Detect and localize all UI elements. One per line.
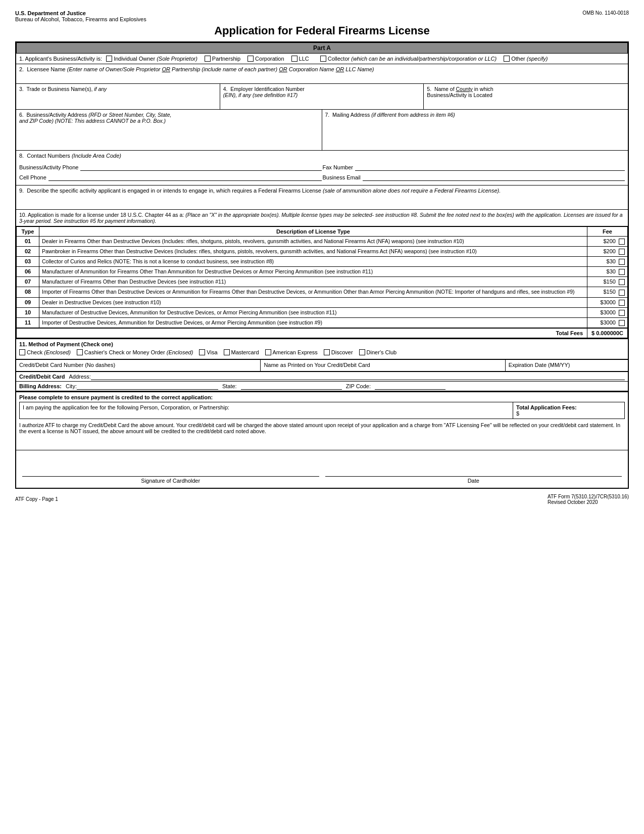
email-row: Business Email [323, 173, 625, 182]
table-row: 11 Importer of Destructive Devices, Ammu… [17, 317, 628, 328]
table-row: 08 Importer of Firearms Other than Destr… [17, 287, 628, 297]
col-fee: Fee [587, 227, 628, 237]
signature-section: Signature of Cardholder Date [16, 450, 628, 488]
partnership-checkbox[interactable] [205, 56, 211, 62]
diners-option[interactable]: Diner's Club [359, 349, 397, 355]
partnership-option[interactable]: Partnership [205, 56, 240, 62]
llc-checkbox[interactable] [291, 56, 298, 62]
state-field[interactable] [241, 383, 342, 390]
check-enclosed-label: Check (Enclosed) [27, 349, 71, 355]
expiration-cell: Expiration Date (MM/YY) [506, 360, 628, 371]
row-type: 01 [17, 237, 39, 247]
row-fee-checkbox[interactable] [619, 300, 625, 306]
section3-cell: 3. Trade or Business Name(s), if any [16, 84, 220, 109]
row-desc: Manufacturer of Ammunition for Firearms … [39, 267, 587, 277]
llc-option[interactable]: LLC [291, 56, 309, 62]
check-enclosed-option[interactable]: Check (Enclosed) [19, 349, 71, 355]
row-fee: $150 [587, 277, 628, 287]
section8-row: 8. Contact Numbers (Include Area Code) B… [16, 151, 628, 186]
form-container: Part A 1. Applicant's Business/Activity … [15, 41, 629, 489]
row-desc: Manufacturer of Firearms Other than Dest… [39, 277, 587, 287]
fax-row: Fax Number [323, 163, 625, 172]
row-fee-checkbox[interactable] [619, 249, 625, 255]
business-phone-field[interactable] [80, 164, 321, 171]
cashier-check-checkbox[interactable] [77, 349, 83, 355]
section8-label: 8. Contact Numbers (Include Area Code) [19, 153, 625, 159]
individual-owner-checkbox[interactable] [106, 56, 112, 62]
row-type: 11 [17, 317, 39, 328]
row-fee: $150 [587, 287, 628, 297]
individual-owner-option[interactable]: Individual Owner (Sole Proprietor) [106, 56, 197, 62]
cell-label: Cell Phone [19, 174, 46, 180]
row-fee: $3000 [587, 307, 628, 317]
city-field[interactable] [77, 383, 218, 390]
mastercard-checkbox[interactable] [224, 349, 230, 355]
individual-owner-label: Individual Owner (Sole Proprietor) [114, 56, 197, 62]
row-type: 02 [17, 247, 39, 257]
other-checkbox[interactable] [504, 56, 510, 62]
visa-label: Visa [207, 349, 217, 355]
fax-field[interactable] [355, 164, 625, 171]
row-fee-checkbox[interactable] [619, 310, 625, 316]
card-billing-prefix: Credit/Debit Card [19, 374, 65, 380]
amex-option[interactable]: American Express [265, 349, 318, 355]
table-row: 01 Dealer in Firearms Other than Destruc… [17, 237, 628, 247]
mastercard-option[interactable]: Mastercard [224, 349, 259, 355]
collector-option[interactable]: Collector (which can be an individual/pa… [320, 56, 497, 62]
city-label: City: [66, 383, 77, 389]
row-fee-checkbox[interactable] [619, 269, 625, 275]
payment-credit-section: Please complete to ensure payment is cre… [16, 391, 628, 420]
cashier-check-label: Cashier's Check or Money Order (Enclosed… [84, 349, 193, 355]
amex-checkbox[interactable] [265, 349, 271, 355]
other-option[interactable]: Other (specify) [504, 56, 548, 62]
total-app-fees-cell: Total Application Fees: $ [513, 402, 624, 419]
section3-label: 3. Trade or Business Name(s), if any [19, 86, 107, 92]
collector-checkbox[interactable] [320, 56, 326, 62]
check-enclosed-checkbox[interactable] [19, 349, 25, 355]
bureau-name: Bureau of Alcohol, Tobacco, Firearms and… [15, 16, 146, 22]
partnership-label: Partnership [212, 56, 240, 62]
card-info-section: Credit/Debit Card Number (No dashes) Nam… [16, 359, 628, 372]
email-field[interactable] [363, 174, 625, 181]
section2-label: 2. Licensee Name (Enter name of Owner/So… [19, 66, 374, 72]
visa-option[interactable]: Visa [199, 349, 217, 355]
sig-date-line[interactable] [325, 467, 622, 477]
sig-cardholder-cell: Signature of Cardholder [19, 465, 322, 486]
card-name-label: Name as Printed on Your Credit/Debit Car… [264, 362, 370, 368]
discover-option[interactable]: Discover [324, 349, 353, 355]
authorize-text: I authorize ATF to charge my Credit/Debi… [19, 422, 620, 434]
llc-label: LLC [299, 56, 309, 62]
expiration-label: Expiration Date (MM/YY) [509, 362, 570, 368]
corporation-checkbox[interactable] [247, 56, 254, 62]
row-type: 09 [17, 297, 39, 307]
total-value: $ 0.000000C [587, 328, 628, 338]
col-desc: Description of License Type [39, 227, 587, 237]
row-desc: Pawnbroker in Firearms Other than Destru… [39, 247, 587, 257]
row-fee-checkbox[interactable] [619, 279, 625, 285]
diners-checkbox[interactable] [359, 349, 365, 355]
person-label: I am paying the application fee for the … [23, 404, 229, 410]
row-fee: $200 [587, 247, 628, 257]
section345-row: 3. Trade or Business Name(s), if any 4. … [16, 84, 628, 110]
zip-field[interactable] [375, 383, 445, 390]
section1-label: 1. Applicant's Business/Activity is: [19, 56, 102, 62]
row-fee-checkbox[interactable] [619, 259, 625, 265]
discover-checkbox[interactable] [324, 349, 330, 355]
visa-checkbox[interactable] [199, 349, 205, 355]
sig-row: Signature of Cardholder Date [19, 465, 625, 486]
mastercard-label: Mastercard [231, 349, 259, 355]
row-fee-checkbox[interactable] [619, 290, 625, 296]
billing-address-field[interactable] [91, 373, 625, 380]
footer-form: ATF Form 7(5310.12)/7CR(5310.16) [548, 494, 629, 499]
row-desc: Importer of Destructive Devices, Ammunit… [39, 317, 587, 328]
cell-field[interactable] [48, 174, 322, 181]
cashier-check-option[interactable]: Cashier's Check or Money Order (Enclosed… [77, 349, 193, 355]
sig-cardholder-line[interactable] [22, 467, 319, 477]
row-desc: Dealer in Destructive Devices (see instr… [39, 297, 587, 307]
sig-date-label: Date [468, 478, 479, 484]
row-fee-checkbox[interactable] [619, 320, 625, 326]
row-fee-checkbox[interactable] [619, 239, 625, 245]
section11-header: 11. Method of Payment (Check one) Check … [16, 338, 628, 359]
page-header: U.S. Department of Justice Bureau of Alc… [15, 10, 629, 22]
corporation-option[interactable]: Corporation [247, 56, 284, 62]
